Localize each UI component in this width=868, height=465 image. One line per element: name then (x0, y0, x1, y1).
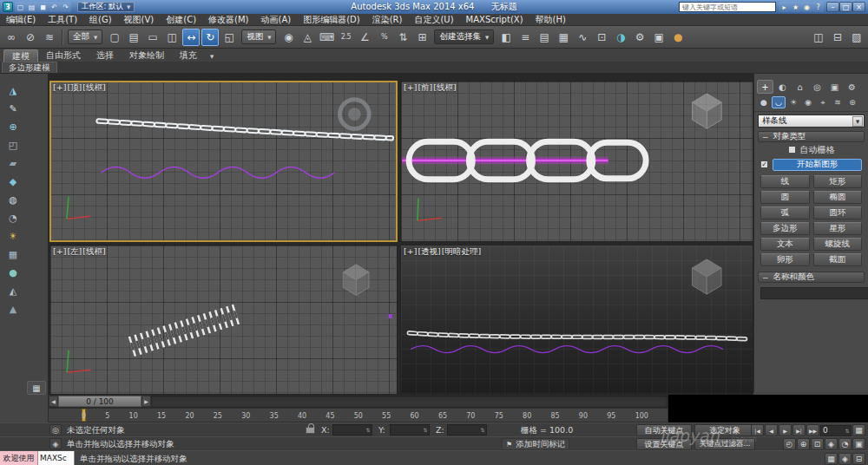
left-tool-icon-11[interactable]: ● (4, 265, 22, 280)
material-editor-icon[interactable]: ◑ (612, 29, 629, 46)
left-tool-icon-4[interactable]: ◰ (4, 137, 22, 153)
graphite-ribbon-toggle-icon[interactable]: ▦ (555, 29, 572, 46)
polygon-modeling-tab[interactable]: 多边形建模 (2, 62, 57, 73)
add-time-tag-button[interactable]: ⚑ 添加时间标记 (502, 438, 569, 450)
spline-object[interactable] (389, 314, 392, 318)
isolate-selection-toggle-icon[interactable]: ◎ (49, 424, 62, 436)
application-menu-button[interactable]: 3 (3, 2, 13, 12)
hierarchy-tab-icon[interactable]: ⌂ (792, 80, 808, 94)
previous-frame-icon[interactable]: ◀ (765, 424, 778, 436)
snaps-toggle-icon[interactable]: 2.5 (337, 29, 354, 46)
menu-item[interactable]: 动画(A) (255, 14, 298, 26)
pan-view-icon[interactable]: ◈ (825, 438, 838, 450)
redo-icon[interactable]: ↷ (60, 2, 71, 12)
key-mode-toggle-icon[interactable]: ▦ (852, 424, 865, 436)
menu-item[interactable]: 编辑(E) (0, 14, 42, 26)
shape-type-button[interactable]: 圆 (760, 191, 810, 204)
spinner-icon[interactable]: ⇅ (365, 427, 372, 433)
rendered-frame-window-icon[interactable]: ▣ (650, 29, 667, 46)
rectangular-selection-region-icon[interactable]: ▭ (144, 29, 161, 46)
spinner-icon[interactable]: ⇅ (422, 427, 429, 433)
align-icon[interactable]: ≡ (516, 29, 534, 46)
viewport-front[interactable]: [+] [前] [线框] (400, 81, 753, 242)
selection-lock-toggle-icon[interactable]: ◈ (49, 438, 62, 449)
shape-type-button[interactable]: 截面 (813, 253, 863, 266)
ribbon-tab[interactable]: 建模 (3, 49, 38, 62)
select-and-move-icon[interactable]: ↔ (182, 29, 200, 46)
rollout-name-color[interactable]: − 名称和颜色 (758, 272, 865, 283)
ribbon-tab[interactable]: 填充 (172, 49, 205, 62)
dock-status-icon[interactable]: ⊟ (852, 453, 865, 465)
schematic-view-icon[interactable]: ⊡ (593, 29, 610, 46)
z-coordinate-input[interactable] (448, 426, 479, 435)
viewport-menu-plus[interactable]: [+] (404, 82, 417, 94)
mirror-icon[interactable]: ◧ (497, 29, 515, 46)
toolbar-extra-icon-1[interactable]: ◫ (810, 29, 827, 46)
select-and-manipulate-icon[interactable]: ◬ (299, 29, 316, 46)
menu-item[interactable]: 帮助(H) (529, 14, 572, 26)
zoom-icon[interactable]: ⊕ (797, 438, 810, 450)
render-production-icon[interactable]: ● (669, 29, 687, 46)
left-tool-icon-13[interactable]: ▲ (4, 301, 22, 317)
edit-named-selection-sets-icon[interactable]: ⊞ (413, 29, 431, 46)
select-by-name-icon[interactable]: ▤ (125, 29, 142, 46)
maxscript-macro-recorder[interactable]: 欢迎使用 (0, 451, 38, 465)
shape-type-button[interactable]: 矩形 (813, 175, 863, 188)
ribbon-tab[interactable]: 自由形式 (38, 49, 89, 62)
viewport-layout-tabs-icon[interactable]: ▦ (27, 381, 46, 395)
rollout-object-type[interactable]: − 对象类型 (758, 131, 865, 142)
unlink-selection-icon[interactable]: ⊘ (22, 29, 39, 46)
menu-item[interactable]: 图形编辑器(D) (297, 14, 366, 26)
maxscript-mini-listener[interactable]: MAXSc (38, 451, 75, 465)
utilities-tab-icon[interactable]: ⚙ (844, 80, 860, 94)
chain-object[interactable] (99, 121, 391, 139)
shape-type-dropdown[interactable]: 样条线 ▼ (758, 115, 865, 128)
viewport-menu-plus[interactable]: [+] (53, 82, 66, 94)
spinner-icon[interactable]: ⇅ (844, 428, 851, 434)
viewport-menu-plus[interactable]: [+] (404, 246, 417, 258)
viewport-menu-shading[interactable]: [线框] (433, 82, 456, 94)
create-tab-icon[interactable]: + (757, 80, 773, 94)
shapes-category-icon[interactable]: ◡ (772, 96, 786, 108)
reference-coordinate-dropdown[interactable]: 视图 ▼ (241, 29, 276, 44)
viewcube-icon[interactable] (693, 94, 722, 128)
infocenter-star-icon[interactable]: ★ (790, 2, 801, 12)
menu-item[interactable]: 创建(C) (160, 14, 202, 26)
new-scene-icon[interactable]: ▢ (15, 2, 26, 12)
lights-category-icon[interactable]: ☀ (786, 96, 800, 108)
shape-type-button[interactable]: 星形 (813, 222, 863, 235)
ribbon-tab[interactable]: 选择 (89, 49, 122, 62)
shape-type-button[interactable]: 螺旋线 (813, 238, 863, 251)
left-tool-icon-1[interactable]: ◮ (4, 82, 22, 98)
workspace-dropdown[interactable]: 工作区: 默认 ▼ (77, 2, 135, 12)
viewcube-icon[interactable] (343, 265, 369, 296)
shape-type-button[interactable]: 文本 (760, 238, 810, 251)
orbit-icon[interactable]: ◔ (838, 438, 852, 450)
close-button[interactable]: × (852, 2, 865, 12)
shape-type-button[interactable]: 多边形 (760, 222, 810, 235)
time-configuration-icon[interactable]: ◴ (783, 438, 796, 450)
left-tool-icon-10[interactable]: ▦ (4, 246, 22, 262)
left-tool-icon-6[interactable]: ◆ (4, 174, 22, 189)
named-selection-sets-dropdown[interactable]: 创建选择集 ▼ (434, 29, 494, 44)
chain-object[interactable] (409, 333, 745, 339)
play-animation-icon[interactable]: ▶ (779, 424, 792, 436)
viewport-left[interactable]: [+] [左] [线框] (49, 245, 398, 395)
angle-snap-icon[interactable]: ∠ (356, 29, 373, 46)
start-new-shape-button[interactable]: 开始新图形 (773, 159, 862, 171)
percent-snap-icon[interactable]: % (375, 29, 392, 46)
shape-type-button[interactable]: 弧 (760, 206, 810, 219)
keyboard-shortcut-override-icon[interactable]: ⌨ (318, 29, 335, 46)
left-tool-icon-8[interactable]: ◔ (4, 210, 22, 226)
lock-status-icon[interactable]: ◈ (838, 453, 852, 465)
x-coordinate-input[interactable] (333, 426, 365, 435)
viewport-perspective[interactable]: [+] [透视] [明暗处理] (400, 245, 753, 395)
ribbon-tab[interactable]: 对象绘制 (122, 49, 172, 62)
open-file-icon[interactable]: ▤ (26, 2, 37, 12)
minimize-button[interactable]: – (826, 2, 839, 12)
shape-type-button[interactable]: 椭圆 (813, 191, 863, 204)
menu-item[interactable]: 修改器(M) (202, 14, 254, 26)
viewport-top-canvas[interactable] (50, 82, 397, 241)
viewport-menu-shading[interactable]: [明暗处理] (442, 246, 481, 258)
set-key-button[interactable]: 设置关键点 (636, 438, 692, 450)
